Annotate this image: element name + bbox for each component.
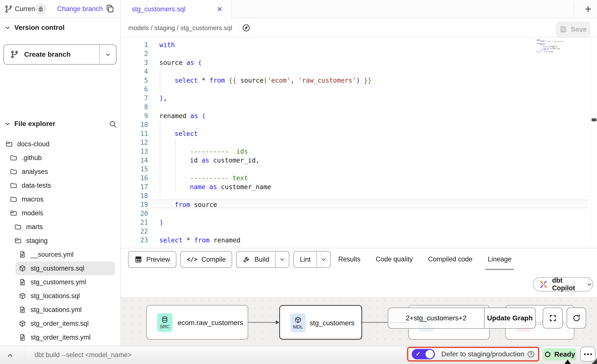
file-tree-item-stg-locations-yml[interactable]: stg_locations.yml bbox=[0, 303, 120, 317]
lineage-selector-input[interactable]: 2+stg_customers+2 bbox=[388, 308, 485, 328]
tab-code-quality[interactable]: Code quality bbox=[376, 248, 413, 270]
create-branch-button[interactable]: Create branch bbox=[3, 44, 116, 65]
save-button[interactable]: Save bbox=[556, 22, 590, 37]
file-tree-item-stg-order-items-yml[interactable]: stg_order_items.yml bbox=[0, 330, 120, 344]
create-branch-main[interactable]: Create branch bbox=[4, 45, 100, 64]
update-graph-button[interactable]: Update Graph bbox=[485, 308, 535, 328]
scrollbar-thumb[interactable] bbox=[592, 118, 597, 121]
wrench-icon bbox=[243, 255, 250, 263]
code-text: ---------- text bbox=[159, 174, 248, 182]
code-line-9[interactable]: 9renamed as ( bbox=[123, 111, 206, 120]
file-explorer-title: File explorer bbox=[14, 120, 56, 128]
tab-lineage[interactable]: Lineage bbox=[488, 248, 511, 270]
file-tree-item-marts[interactable]: marts bbox=[0, 220, 120, 234]
file-explorer-header[interactable]: File explorer bbox=[4, 120, 56, 128]
refresh-icon bbox=[572, 313, 581, 323]
code-line-8[interactable]: 8 bbox=[123, 103, 159, 111]
node-label: ecom.raw_customers bbox=[178, 306, 243, 340]
dbt-copilot-button[interactable]: dbt Copilot bbox=[533, 277, 593, 291]
code-icon: </> bbox=[187, 256, 197, 263]
lineage-selector-bar: 2+stg_customers+2 Update Graph bbox=[388, 308, 536, 329]
toggle-knob bbox=[426, 350, 434, 358]
build-dropdown[interactable] bbox=[275, 252, 289, 267]
build-button[interactable]: Build bbox=[236, 251, 289, 268]
command-input[interactable]: dbt build --select <model_name> bbox=[35, 351, 131, 359]
file-tree-item-stg-order-items-sql[interactable]: stg_order_items.sql bbox=[0, 317, 120, 330]
code-line-23[interactable]: 23select * from renamed bbox=[123, 236, 241, 245]
file-tree-item-analyses[interactable]: analyses bbox=[0, 165, 120, 179]
code-line-6[interactable]: 6 bbox=[123, 85, 159, 94]
code-line-18[interactable]: 18 bbox=[123, 191, 159, 200]
code-line-14[interactable]: 14id as customer_id, bbox=[123, 156, 260, 165]
line-number: 13 bbox=[123, 148, 148, 155]
create-branch-dropdown[interactable] bbox=[100, 51, 116, 58]
line-number: 11 bbox=[123, 130, 148, 137]
code-editor[interactable]: 1with23source as (45select * from {{ sou… bbox=[121, 37, 597, 248]
lint-button[interactable]: Lint bbox=[293, 251, 331, 268]
fullscreen-icon bbox=[548, 314, 557, 323]
code-text: id as customer_id, bbox=[159, 157, 260, 164]
code-line-2[interactable]: 2 bbox=[123, 49, 159, 58]
refresh-button[interactable] bbox=[567, 308, 586, 328]
tab-compiled-code[interactable]: Compiled code bbox=[428, 248, 472, 270]
help-icon[interactable] bbox=[527, 350, 535, 358]
new-tab-button[interactable]: + bbox=[579, 0, 597, 18]
code-line-17[interactable]: 17name as customer_name bbox=[123, 182, 271, 191]
cube-icon bbox=[19, 292, 26, 300]
file-icon bbox=[19, 251, 26, 258]
editor-minimap[interactable]: withsource as ( select * from {{ source(… bbox=[537, 39, 565, 63]
preview-button[interactable]: Preview bbox=[128, 251, 176, 268]
code-line-22[interactable]: 22 bbox=[123, 227, 159, 236]
code-line-7[interactable]: 7), bbox=[123, 94, 167, 103]
file-tree-item-macros[interactable]: macros bbox=[0, 192, 120, 206]
line-number: 8 bbox=[123, 103, 148, 111]
chevron-down-icon bbox=[105, 51, 111, 58]
file-tree-item-docs-cloud[interactable]: docs-cloud bbox=[0, 137, 120, 151]
change-branch-link[interactable]: Change branch bbox=[57, 5, 103, 13]
code-line-5[interactable]: 5select * from {{ source('ecom', 'raw_cu… bbox=[123, 76, 372, 85]
file-tree-item-staging[interactable]: staging bbox=[0, 234, 120, 248]
search-icon[interactable] bbox=[109, 120, 117, 128]
line-number: 4 bbox=[123, 68, 148, 75]
code-line-4[interactable]: 4 bbox=[123, 67, 159, 76]
code-line-11[interactable]: 11select bbox=[123, 129, 198, 138]
file-tree: docs-cloud.githubanalysesdata-testsmacro… bbox=[0, 137, 120, 344]
lineage-node-stg-customers[interactable]: MDLstg_customers bbox=[279, 305, 362, 340]
line-number: 18 bbox=[123, 192, 148, 200]
compile-button[interactable]: </>Compile bbox=[180, 251, 232, 268]
code-line-21[interactable]: 21) bbox=[123, 218, 163, 227]
code-line-3[interactable]: 3source as ( bbox=[123, 58, 202, 67]
copy-branch-icon[interactable] bbox=[106, 4, 114, 13]
fullscreen-button[interactable] bbox=[543, 308, 563, 328]
code-line-10[interactable]: 10 bbox=[123, 120, 159, 129]
file-tree-item-models[interactable]: models bbox=[0, 206, 120, 220]
lineage-node-ecom-raw-customers[interactable]: SRCecom.raw_customers bbox=[146, 305, 248, 340]
git-branch-icon bbox=[4, 5, 13, 13]
tab-stg-customers-sql[interactable]: stg_customers.sql ✕ bbox=[121, 0, 231, 18]
lint-dropdown[interactable] bbox=[317, 252, 330, 267]
git-branch-icon bbox=[10, 50, 19, 59]
close-icon[interactable]: ✕ bbox=[217, 5, 223, 13]
chevron-up-icon[interactable] bbox=[6, 352, 14, 359]
code-line-12[interactable]: 12 bbox=[123, 138, 159, 147]
lineage-canvas[interactable]: SRCecom.raw_customersMDLstg_customersMDL… bbox=[121, 297, 597, 346]
file-tree-item--github[interactable]: .github bbox=[0, 151, 120, 165]
version-control-header[interactable]: Version control bbox=[4, 24, 65, 32]
defer-toggle[interactable]: ✓ bbox=[412, 349, 435, 359]
compass-icon[interactable] bbox=[239, 21, 253, 35]
file-tree-item-data-tests[interactable]: data-tests bbox=[0, 179, 120, 192]
tab-results[interactable]: Results bbox=[338, 248, 360, 270]
file-tree-item-stg-customers-sql[interactable]: stg_customers.sql bbox=[15, 261, 115, 275]
code-line-1[interactable]: 1with bbox=[123, 40, 175, 49]
code-line-13[interactable]: 13---------- ids bbox=[123, 147, 248, 156]
floppy-icon bbox=[559, 25, 567, 33]
code-line-15[interactable]: 15 bbox=[123, 165, 159, 174]
file-tree-item--sources-yml[interactable]: __sources.yml bbox=[0, 248, 120, 261]
file-tree-item-stg-customers-yml[interactable]: stg_customers.yml bbox=[0, 275, 120, 289]
file-tree-label: staging bbox=[26, 237, 48, 245]
code-line-20[interactable]: 20 bbox=[123, 209, 159, 218]
folder-icon bbox=[14, 223, 22, 231]
code-line-16[interactable]: 16---------- text bbox=[123, 174, 248, 182]
file-tree-item-stg-locations-sql[interactable]: stg_locations.sql bbox=[0, 289, 120, 303]
code-line-19[interactable]: 19from source bbox=[123, 200, 217, 209]
